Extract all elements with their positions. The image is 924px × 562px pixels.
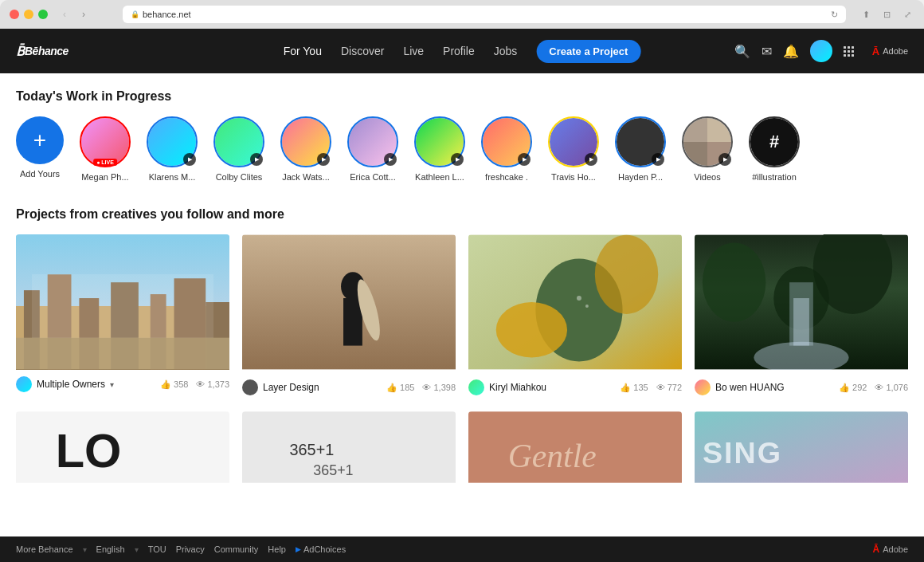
project-thumb-2 (242, 234, 456, 373)
tou-link[interactable]: TOU (148, 544, 166, 554)
views-count-3: 772 (668, 383, 682, 392)
project-card-4[interactable]: Bo wen HUANG 👍 292 👁 1,076 (695, 234, 908, 399)
project-card-b3[interactable]: Gentle (468, 411, 682, 486)
project-thumb-b3: Gentle (468, 411, 682, 486)
like-icon-2: 👍 (386, 383, 397, 393)
likes-stat-4: 👍 292 (839, 383, 867, 393)
bookmark-button[interactable]: ⊡ (879, 7, 894, 22)
create-project-button[interactable]: Create a Project (536, 40, 640, 63)
svg-point-21 (703, 243, 765, 322)
project-stats-3: 👍 135 👁 772 (620, 383, 682, 393)
apps-grid-icon[interactable] (844, 46, 855, 57)
nav-live[interactable]: Live (403, 45, 424, 57)
url-bar[interactable]: 🔒 behance.net ↻ (123, 6, 846, 23)
story-avatar-wrap-travis: ▶ (548, 116, 599, 167)
brand-logo[interactable]: B̄ Bēhance Bēhance (16, 44, 69, 59)
story-avatar-wrap-klarens: ▶ (147, 116, 198, 167)
story-label-freshcake: freshcake . (485, 172, 528, 182)
likes-stat-1: 👍 358 (160, 379, 188, 390)
story-hayden[interactable]: ▶ Hayden P... (615, 116, 666, 182)
nav-jobs[interactable]: Jobs (494, 45, 518, 57)
like-icon-3: 👍 (620, 383, 631, 393)
forward-arrow[interactable]: › (76, 7, 91, 22)
nav-profile[interactable]: Profile (443, 45, 475, 57)
privacy-link[interactable]: Privacy (176, 544, 205, 554)
play-badge-erica: ▶ (384, 153, 397, 166)
minimize-dot[interactable] (24, 10, 33, 19)
url-text: behance.net (143, 10, 191, 19)
stories-section: Today's Work in Progress + Add Yours ● L… (16, 89, 908, 182)
story-illustration[interactable]: # #illustration (749, 116, 800, 182)
story-freshcake[interactable]: ▶ freshcake . (481, 116, 532, 182)
stories-title: Today's Work in Progress (16, 89, 908, 104)
play-badge-jack: ▶ (317, 153, 330, 166)
nav-discover[interactable]: Discover (341, 45, 384, 57)
community-link[interactable]: Community (214, 544, 259, 554)
story-klarens[interactable]: ▶ Klarens M... (147, 116, 198, 182)
project-card-2[interactable]: Layer Design 👍 185 👁 1,398 (242, 234, 456, 399)
user-avatar[interactable] (810, 40, 832, 62)
story-avatar-wrap-illustration: # (749, 116, 800, 167)
story-label-jack: Jack Wats... (282, 172, 330, 182)
share-button[interactable]: ⬆ (859, 7, 873, 22)
project-meta-2: Layer Design 👍 185 👁 1,398 (242, 373, 456, 399)
play-badge-videos: ▶ (718, 153, 731, 166)
story-megan[interactable]: ● LIVE Megan Ph... (80, 116, 131, 182)
footer-dropdown-more[interactable]: ▾ (83, 545, 87, 554)
project-card-1[interactable]: Multiple Owners ▾ 👍 358 👁 1,373 (16, 234, 229, 399)
refresh-icon[interactable]: ↻ (831, 10, 838, 20)
search-icon[interactable]: 🔍 (734, 44, 750, 59)
nav-for-you[interactable]: For You (284, 45, 322, 57)
project-owner-2: Layer Design (242, 379, 319, 395)
svg-rect-27 (16, 411, 229, 482)
likes-count-3: 135 (633, 383, 648, 392)
svg-point-17 (585, 305, 589, 308)
eye-icon-2: 👁 (422, 383, 431, 392)
likes-stat-2: 👍 185 (386, 383, 414, 393)
project-thumb-4 (695, 234, 908, 373)
story-travis[interactable]: ▶ Travis Ho... (548, 116, 599, 182)
likes-count-2: 185 (400, 383, 414, 392)
silhouette-svg (242, 234, 456, 370)
fullscreen-button[interactable]: ⤢ (900, 7, 914, 22)
views-count-2: 1,398 (433, 383, 456, 392)
notifications-icon[interactable]: 🔔 (783, 44, 799, 59)
project-card-b1[interactable]: LO (16, 411, 229, 486)
story-label-hayden: Hayden P... (618, 172, 663, 182)
svg-text:SING: SING (703, 436, 782, 470)
project-card-b4[interactable]: SING (695, 411, 908, 486)
adchoices-link[interactable]: ▶ AdChoices (296, 544, 346, 554)
owner-avatar-1 (16, 376, 32, 392)
project-thumb-b4: SING (695, 411, 908, 486)
help-link[interactable]: Help (268, 544, 286, 554)
maximize-dot[interactable] (38, 10, 48, 19)
add-story-item[interactable]: + Add Yours (16, 116, 64, 179)
owner-avatar-3 (468, 379, 484, 395)
messages-icon[interactable]: ✉ (762, 44, 772, 59)
owner-dropdown-1[interactable]: ▾ (110, 380, 114, 389)
live-badge: ● LIVE (93, 159, 117, 166)
story-jack[interactable]: ▶ Jack Wats... (280, 116, 331, 182)
story-kathleen[interactable]: ▶ Kathleen L... (414, 116, 465, 182)
close-dot[interactable] (10, 10, 19, 19)
project-meta-1: Multiple Owners ▾ 👍 358 👁 1,373 (16, 370, 229, 395)
add-story-button[interactable]: + (16, 116, 64, 164)
main-content: Today's Work in Progress + Add Yours ● L… (0, 73, 924, 536)
more-behance-link[interactable]: More Behance (16, 544, 73, 554)
story-erica[interactable]: ▶ Erica Cott... (347, 116, 398, 182)
story-colby[interactable]: ▶ Colby Clites (213, 116, 264, 182)
story-avatar-wrap-erica: ▶ (347, 116, 398, 167)
footer-right: Ā Adobe (873, 544, 908, 555)
footer-dropdown-lang[interactable]: ▾ (135, 545, 139, 554)
story-label-kathleen: Kathleen L... (415, 172, 464, 182)
eye-icon-1: 👁 (196, 379, 205, 389)
project-card-b2[interactable]: 365+1 365+1 (242, 411, 456, 486)
story-videos[interactable]: ▶ Videos (682, 116, 733, 182)
english-link[interactable]: English (96, 544, 125, 554)
adobe-icon: Ā (872, 45, 879, 57)
browser-dots (10, 10, 48, 19)
projects-section: Projects from creatives you follow and m… (16, 207, 908, 486)
project-owner-3: Kiryl Miahkou (468, 379, 546, 395)
project-card-3[interactable]: Kiryl Miahkou 👍 135 👁 772 (468, 234, 682, 399)
back-arrow[interactable]: ‹ (57, 7, 72, 22)
